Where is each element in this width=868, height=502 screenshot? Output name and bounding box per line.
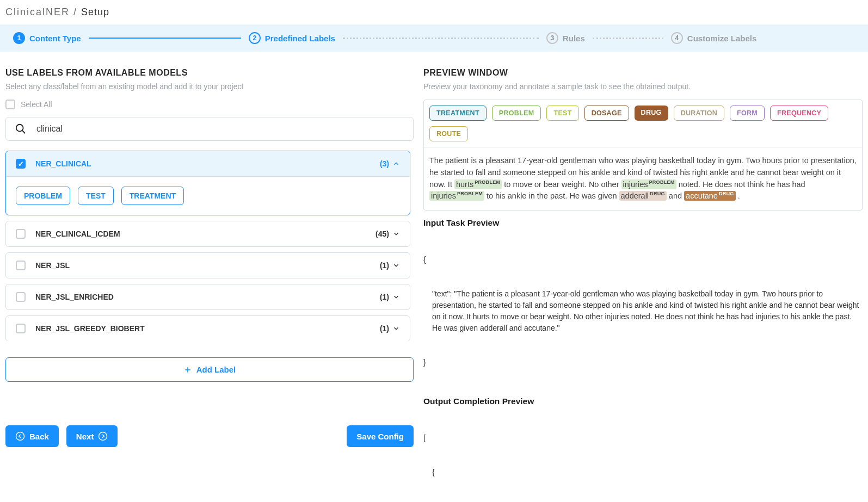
back-button[interactable]: Back <box>5 425 59 447</box>
output-json: [ { "value": { "start": 289, "end": 297,… <box>423 410 863 502</box>
model-item-ner-jsl-greedy-biobert[interactable]: NER_JSL_GREEDY_BIOBERT (1) <box>5 315 410 341</box>
model-name: NER_CLINICAL_ICDEM <box>35 230 120 238</box>
footer-buttons: Back Next Save Config <box>5 425 414 447</box>
chevron-down-icon <box>392 293 400 301</box>
model-checkbox[interactable] <box>16 324 26 333</box>
tag-frequency[interactable]: FREQUENCY <box>770 106 828 121</box>
labels-panel: USE LABELS FROM AVAILABLE MODELS Select … <box>5 68 414 502</box>
annotation-drug[interactable]: accutaneDRUG <box>684 191 736 201</box>
search-input[interactable] <box>36 124 404 134</box>
chevron-down-icon <box>392 325 400 332</box>
preview-panel: PREVIEW WINDOW Preview your taxonomy and… <box>423 68 863 502</box>
model-count: (45) <box>375 230 400 238</box>
search-icon <box>15 123 27 135</box>
breadcrumb-separator: / <box>73 7 81 17</box>
back-label: Back <box>29 432 49 441</box>
step-content-type[interactable]: 1 Content Type <box>13 32 81 44</box>
chevron-up-icon <box>392 160 400 168</box>
model-name: NER_JSL_GREEDY_BIOBERT <box>35 324 145 333</box>
model-name: NER_CLINICAL <box>35 159 91 168</box>
step-number: 2 <box>249 32 261 44</box>
stepper-connector <box>593 38 663 39</box>
save-label: Save Config <box>356 432 404 441</box>
model-item-ner-clinical-icdem[interactable]: NER_CLINICAL_ICDEM (45) <box>5 221 410 247</box>
annotation-problem[interactable]: injuriesPROBLEM <box>621 179 676 189</box>
annotation-drug[interactable]: adderallDRUG <box>619 191 667 201</box>
label-chip-test[interactable]: TEST <box>78 187 114 205</box>
preview-box: TREATMENT PROBLEM TEST DOSAGE DRUG DURAT… <box>423 100 863 210</box>
step-label: Content Type <box>29 34 81 43</box>
model-item-ner-jsl-enriched[interactable]: NER_JSL_ENRICHED (1) <box>5 284 410 310</box>
tag-drug[interactable]: DRUG <box>635 106 668 121</box>
select-all-checkbox[interactable] <box>5 100 15 109</box>
model-item-ner-jsl[interactable]: NER_JSL (1) <box>5 252 410 278</box>
step-number: 4 <box>671 32 683 44</box>
model-count: (1) <box>380 293 400 301</box>
setup-stepper: 1 Content Type 2 Predefined Labels 3 Rul… <box>0 24 868 52</box>
annotation-problem[interactable]: injuriesPROBLEM <box>429 191 484 201</box>
model-count: (1) <box>380 261 400 270</box>
sample-text[interactable]: The patient is a pleasant 17-year-old ge… <box>424 147 862 210</box>
annotation-problem[interactable]: hurtsPROBLEM <box>454 179 502 189</box>
text-segment: and <box>669 191 684 200</box>
chevron-down-icon <box>392 262 400 269</box>
model-count: (1) <box>380 324 400 333</box>
label-chip-problem[interactable]: PROBLEM <box>16 187 70 205</box>
model-item-ner-clinical[interactable]: NER_CLINICAL (3) PROBLEM TEST TREATMENT <box>5 151 410 215</box>
model-name: NER_JSL_ENRICHED <box>35 293 114 301</box>
tag-route[interactable]: ROUTE <box>429 126 468 141</box>
tag-dosage[interactable]: DOSAGE <box>584 106 629 121</box>
breadcrumb-project[interactable]: ClinicalNER <box>5 7 70 17</box>
model-checkbox[interactable] <box>16 159 26 169</box>
svg-point-5 <box>99 432 107 441</box>
step-label: Customize Labels <box>687 34 757 43</box>
step-number: 1 <box>13 32 25 44</box>
text-segment: to move or bear weight. No other <box>504 180 621 189</box>
save-config-button[interactable]: Save Config <box>347 425 414 447</box>
tag-treatment[interactable]: TREATMENT <box>429 106 487 121</box>
breadcrumb-page: Setup <box>81 7 109 17</box>
step-label: Predefined Labels <box>265 34 335 43</box>
labels-subtitle: Select any class/label from an existing … <box>5 82 414 91</box>
tag-problem[interactable]: PROBLEM <box>492 106 541 121</box>
output-completion-title: Output Completion Preview <box>423 396 863 406</box>
input-json: { "text": "The patient is a pleasant 17-… <box>423 231 863 391</box>
plus-icon <box>183 365 192 374</box>
search-box[interactable] <box>5 117 414 141</box>
tag-duration[interactable]: DURATION <box>674 106 724 121</box>
next-button[interactable]: Next <box>66 425 118 447</box>
stepper-connector <box>343 38 539 39</box>
model-checkbox[interactable] <box>16 229 26 239</box>
select-all-label: Select All <box>21 100 52 109</box>
model-label-chips: PROBLEM TEST TREATMENT <box>6 177 410 215</box>
text-segment: . <box>738 191 740 200</box>
select-all-row: Select All <box>5 100 414 109</box>
text-segment: to his ankle in the past. He was given <box>487 191 619 200</box>
tag-test[interactable]: TEST <box>546 106 578 121</box>
model-checkbox[interactable] <box>16 292 26 302</box>
tag-form[interactable]: FORM <box>730 106 765 121</box>
label-chip-treatment[interactable]: TREATMENT <box>121 187 184 205</box>
breadcrumb: ClinicalNER / Setup <box>0 0 868 24</box>
next-label: Next <box>76 432 94 441</box>
taxonomy-tags: TREATMENT PROBLEM TEST DOSAGE DRUG DURAT… <box>424 100 862 147</box>
model-checkbox[interactable] <box>16 261 26 270</box>
step-predefined-labels[interactable]: 2 Predefined Labels <box>249 32 335 44</box>
svg-line-1 <box>22 131 25 133</box>
step-customize-labels[interactable]: 4 Customize Labels <box>671 32 757 44</box>
chevron-down-icon <box>392 230 400 238</box>
model-name: NER_JSL <box>35 261 70 270</box>
step-rules[interactable]: 3 Rules <box>546 32 585 44</box>
arrow-right-icon <box>98 431 108 441</box>
svg-point-0 <box>16 125 23 132</box>
step-label: Rules <box>563 34 585 43</box>
models-list[interactable]: NER_CLINICAL (3) PROBLEM TEST TREATMENT … <box>5 151 414 341</box>
preview-title: PREVIEW WINDOW <box>423 68 863 78</box>
model-count: (3) <box>380 159 400 168</box>
add-label-button[interactable]: Add Label <box>5 357 414 382</box>
labels-title: USE LABELS FROM AVAILABLE MODELS <box>5 68 414 78</box>
text-segment: noted. He does not think he has had <box>679 180 805 189</box>
step-number: 3 <box>546 32 558 44</box>
add-label-text: Add Label <box>196 365 236 374</box>
stepper-connector <box>89 38 241 39</box>
